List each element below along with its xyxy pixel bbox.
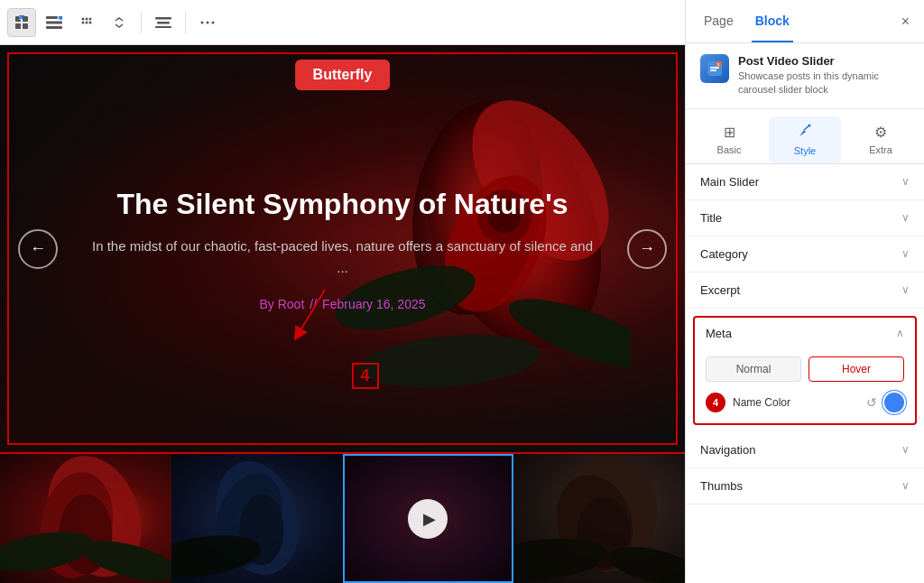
- svg-line-32: [298, 290, 325, 335]
- svg-rect-7: [46, 21, 62, 23]
- tab-page-label: Page: [704, 14, 734, 28]
- normal-hover-toggle: Normal Hover: [706, 356, 904, 382]
- grid-view-button[interactable]: 2: [7, 8, 36, 37]
- svg-rect-8: [46, 26, 62, 29]
- tab-style[interactable]: Style: [769, 116, 841, 163]
- prev-arrow-icon: ←: [30, 239, 46, 258]
- annotation-arrow: [289, 290, 361, 344]
- chevron-button[interactable]: [105, 8, 134, 37]
- thumb-2[interactable]: [171, 454, 343, 583]
- style-label: Style: [794, 145, 816, 156]
- thumb-1[interactable]: [0, 454, 171, 583]
- svg-rect-2: [15, 23, 21, 29]
- panel-scroll-area[interactable]: Main Slider ∨ Title ∨ Category ∨ Excerpt…: [686, 164, 924, 583]
- tab-page[interactable]: Page: [700, 0, 737, 42]
- prev-slide-button[interactable]: ←: [18, 229, 58, 269]
- thumb-2-bg: [171, 454, 343, 583]
- style-tabs: ⊞ Basic Style ⚙ Extra: [686, 109, 924, 164]
- thumb-4-bg: [513, 454, 685, 583]
- svg-rect-17: [155, 17, 171, 20]
- thumb-4[interactable]: [513, 454, 685, 583]
- basic-label: Basic: [717, 144, 742, 155]
- hover-label: Hover: [842, 363, 871, 375]
- thumbs-chevron: ∨: [901, 479, 910, 492]
- section-excerpt[interactable]: Excerpt ∨: [686, 273, 924, 309]
- color-swatch[interactable]: [884, 393, 904, 412]
- svg-point-13: [89, 17, 92, 20]
- tab-block[interactable]: Block: [752, 0, 793, 42]
- panel-header: Page Block ×: [686, 0, 924, 43]
- grid-icon: 2: [14, 15, 29, 30]
- svg-point-16: [89, 21, 92, 23]
- excerpt-chevron: ∨: [901, 283, 910, 296]
- navigation-label: Navigation: [700, 443, 755, 457]
- editor-toolbar: 2 2: [0, 0, 685, 45]
- extra-icon: ⚙: [874, 124, 887, 141]
- annotation-number: 4: [361, 366, 370, 384]
- align-icon: [155, 17, 171, 28]
- hover-button[interactable]: Hover: [808, 356, 904, 382]
- section-navigation[interactable]: Navigation ∨: [686, 432, 924, 468]
- svg-rect-18: [157, 22, 170, 24]
- more-icon: [200, 21, 215, 24]
- excerpt-label: Excerpt: [700, 283, 740, 297]
- svg-point-14: [82, 21, 85, 23]
- right-panel: Page Block × 2 Post Video Slider Showcas…: [685, 0, 924, 583]
- dots-button[interactable]: [72, 8, 101, 37]
- toolbar-group-left: 2 2: [7, 8, 134, 37]
- slide-title: The Silent Symphony of Nature's: [90, 186, 596, 220]
- svg-rect-19: [155, 26, 171, 28]
- name-color-row: 4 Name Color ↺: [706, 393, 904, 412]
- play-button[interactable]: ▶: [408, 499, 448, 539]
- close-icon: ×: [901, 14, 910, 29]
- align-button[interactable]: [149, 8, 178, 37]
- name-color-label: Name Color: [733, 396, 859, 409]
- panel-close-button[interactable]: ×: [901, 14, 910, 30]
- category-chevron: ∨: [901, 247, 910, 260]
- category-badge[interactable]: Butterfly: [295, 60, 391, 90]
- svg-text:2: 2: [19, 15, 22, 21]
- plugin-text: Post Video Slider Showcase posts in this…: [738, 54, 910, 97]
- step-badge-4: 4: [706, 393, 725, 412]
- plugin-name: Post Video Slider: [738, 54, 910, 68]
- step-number: 4: [713, 397, 718, 408]
- section-meta: Meta ∧ Normal Hover 4: [693, 316, 917, 425]
- meta-label: Meta: [706, 327, 732, 340]
- next-arrow-icon: →: [639, 239, 655, 258]
- chevron-updown-icon: [113, 16, 125, 29]
- main-slider-chevron: ∨: [901, 175, 910, 188]
- next-slide-button[interactable]: →: [627, 229, 667, 269]
- slider-main: Butterfly The Silent Symphony of Nature'…: [0, 45, 685, 452]
- basic-icon: ⊞: [724, 124, 735, 141]
- section-title[interactable]: Title ∨: [686, 200, 924, 236]
- thumb-1-bg: [0, 454, 171, 583]
- thumb-3[interactable]: ▶: [343, 454, 514, 583]
- title-label: Title: [700, 211, 722, 225]
- main-slider-label: Main Slider: [700, 175, 759, 189]
- svg-rect-49: [710, 69, 716, 71]
- plugin-info: 2 Post Video Slider Showcase posts in th…: [686, 43, 924, 109]
- svg-point-12: [86, 17, 88, 20]
- tab-basic[interactable]: ⊞ Basic: [693, 116, 765, 163]
- extra-label: Extra: [869, 144, 892, 155]
- plugin-icon: 2: [700, 54, 729, 83]
- plugin-logo-icon: 2: [706, 60, 724, 78]
- thumbnails-row: ▶: [0, 452, 685, 583]
- svg-point-11: [82, 17, 85, 20]
- svg-point-22: [212, 21, 215, 23]
- more-button[interactable]: [193, 8, 222, 37]
- meta-chevron: ∧: [896, 327, 904, 339]
- tab-block-label: Block: [755, 14, 790, 28]
- style-icon: [798, 124, 812, 142]
- layout-button[interactable]: 2: [40, 8, 69, 37]
- meta-header[interactable]: Meta ∧: [695, 318, 915, 349]
- toolbar-separator: [141, 12, 142, 33]
- meta-content: Normal Hover 4 Name Color ↺: [695, 349, 915, 423]
- reset-color-button[interactable]: ↺: [866, 395, 877, 410]
- section-main-slider[interactable]: Main Slider ∨: [686, 164, 924, 200]
- tab-extra[interactable]: ⚙ Extra: [845, 116, 917, 163]
- section-category[interactable]: Category ∨: [686, 236, 924, 273]
- style-wand-icon: [798, 124, 812, 138]
- section-thumbs[interactable]: Thumbs ∨: [686, 468, 924, 504]
- normal-button[interactable]: Normal: [706, 356, 801, 382]
